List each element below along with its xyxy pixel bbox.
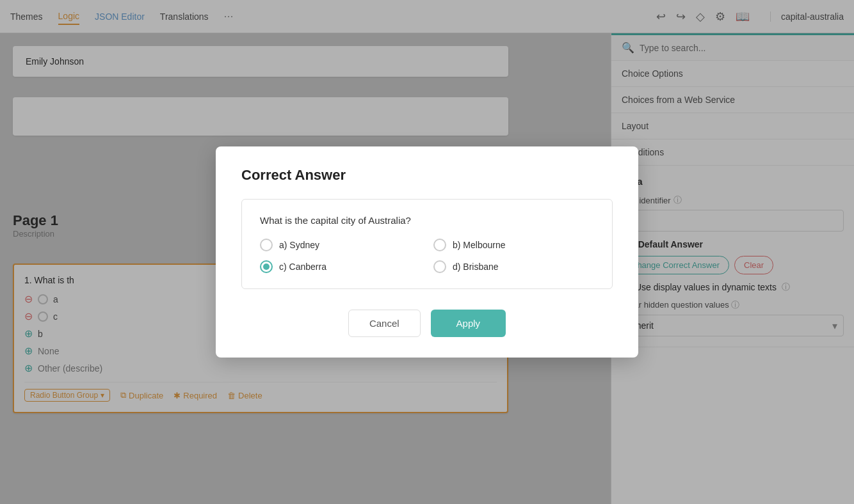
modal-option-a-label: a) Sydney — [279, 240, 319, 250]
modal-option-c[interactable]: c) Canberra — [260, 260, 421, 273]
modal-option-a[interactable]: a) Sydney — [260, 239, 421, 251]
radio-option-c[interactable] — [260, 260, 273, 273]
modal-option-d-label: d) Brisbane — [453, 262, 499, 272]
modal-options-grid: a) Sydney b) Melbourne c) Canberra — [260, 239, 594, 273]
radio-option-a[interactable] — [260, 239, 273, 251]
modal-overlay: Correct Answer What is the capital city … — [0, 0, 854, 504]
modal-question-text: What is the capital city of Australia? — [260, 215, 594, 226]
apply-button[interactable]: Apply — [431, 310, 506, 337]
modal-option-c-label: c) Canberra — [279, 262, 326, 272]
modal-title: Correct Answer — [241, 167, 613, 184]
modal-option-d[interactable]: d) Brisbane — [433, 260, 594, 273]
radio-option-b[interactable] — [433, 239, 446, 251]
radio-inner-c — [263, 264, 270, 270]
modal-question-card: What is the capital city of Australia? a… — [241, 199, 613, 289]
cancel-button[interactable]: Cancel — [348, 310, 421, 337]
modal-option-b[interactable]: b) Melbourne — [433, 239, 594, 251]
modal-footer: Cancel Apply — [241, 310, 613, 337]
radio-option-d[interactable] — [433, 260, 446, 273]
correct-answer-modal: Correct Answer What is the capital city … — [216, 146, 638, 358]
modal-option-b-label: b) Melbourne — [453, 240, 506, 250]
